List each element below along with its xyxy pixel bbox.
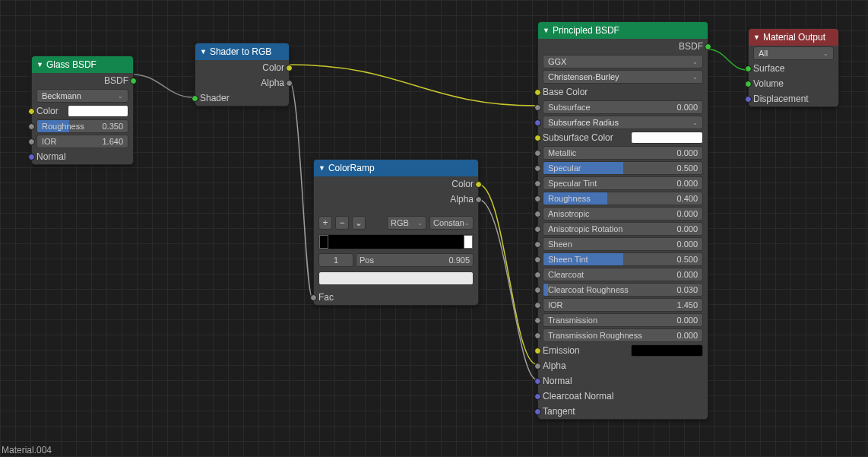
socket-color-out[interactable]	[286, 65, 293, 71]
clearcoat-rough-slider[interactable]: Clearcoat Roughness 0.030	[543, 283, 703, 297]
collapse-icon[interactable]: ▼	[318, 164, 325, 172]
sheen-tint-slider[interactable]: Sheen Tint 0.500	[543, 252, 703, 266]
node-shader-to-rgb[interactable]: ▼ Shader to RGB Color Alpha Shader	[195, 43, 290, 106]
input-color: Color	[32, 103, 133, 119]
socket[interactable]	[534, 408, 541, 415]
input-ior: IOR 1.640	[32, 134, 133, 149]
node-header[interactable]: ▼ ColorRamp	[314, 160, 478, 176]
anisotropic-slider[interactable]: Anisotropic 0.000	[543, 207, 703, 221]
node-title: Material Output	[763, 32, 825, 43]
socket-alpha-out[interactable]	[286, 80, 293, 87]
interp-select[interactable]: Constan⌄	[429, 216, 474, 230]
target-select[interactable]: All⌄	[753, 46, 834, 60]
material-name-label: Material.004	[2, 445, 52, 455]
add-stop-button[interactable]: +	[318, 216, 332, 230]
stop-index-field[interactable]: 1	[318, 253, 353, 267]
ior-slider[interactable]: IOR 1.450	[543, 298, 703, 312]
socket[interactable]	[534, 211, 541, 217]
collapse-icon[interactable]: ▼	[543, 27, 550, 34]
roughness-slider[interactable]: Roughness 0.400	[543, 192, 703, 205]
color-mode-select[interactable]: RGB⌄	[387, 216, 426, 230]
color-swatch[interactable]	[68, 105, 128, 117]
node-title: ColorRamp	[328, 163, 375, 173]
clearcoat-slider[interactable]: Clearcoat 0.000	[543, 268, 703, 281]
output-alpha: Alpha	[314, 192, 478, 207]
metallic-slider[interactable]: Metallic 0.000	[543, 146, 703, 160]
socket[interactable]	[534, 363, 541, 370]
collapse-icon[interactable]: ▼	[200, 48, 207, 56]
sss-radius-field[interactable]: Subsurface Radius⌄	[543, 116, 703, 129]
socket[interactable]	[534, 317, 541, 324]
socket[interactable]	[534, 135, 541, 141]
socket[interactable]	[534, 119, 541, 126]
socket[interactable]	[534, 195, 541, 202]
node-header[interactable]: ▼ Principled BSDF	[538, 22, 708, 39]
node-title: Glass BSDF	[46, 59, 97, 70]
socket[interactable]	[534, 332, 541, 339]
node-header[interactable]: ▼ Glass BSDF	[32, 56, 133, 73]
socket[interactable]	[534, 378, 541, 385]
socket[interactable]	[534, 256, 541, 263]
socket[interactable]	[534, 104, 541, 111]
socket-ior-in[interactable]	[28, 138, 35, 145]
roughness-slider[interactable]: Roughness 0.350	[36, 119, 128, 133]
socket-volume-in[interactable]	[745, 81, 752, 87]
sss-color-swatch[interactable]	[631, 132, 703, 144]
socket-color-in[interactable]	[28, 108, 35, 115]
ior-slider[interactable]: IOR 1.640	[36, 135, 128, 148]
node-header[interactable]: ▼ Shader to RGB	[195, 43, 289, 60]
transmission-slider[interactable]: Transmission 0.000	[543, 313, 703, 327]
node-header[interactable]: ▼ Material Output	[749, 29, 838, 46]
specular-tint-slider[interactable]: Specular Tint 0.000	[543, 176, 703, 190]
sss-method-select[interactable]: Christensen-Burley⌄	[543, 70, 703, 84]
stop-color-swatch[interactable]	[318, 271, 474, 285]
socket-normal-in[interactable]	[28, 154, 35, 160]
input-base-color: Base Color	[538, 84, 708, 100]
socket[interactable]	[534, 241, 541, 248]
remove-stop-button[interactable]: −	[335, 216, 349, 230]
socket[interactable]	[534, 287, 541, 294]
sheen-slider[interactable]: Sheen 0.000	[543, 237, 703, 251]
socket-shader-in[interactable]	[192, 95, 198, 102]
socket-bsdf-out[interactable]	[705, 43, 711, 50]
ramp-menu-button[interactable]: ⌄	[352, 216, 366, 230]
output-bsdf: BSDF	[32, 73, 133, 88]
emission-swatch[interactable]	[631, 344, 703, 357]
node-principled-bsdf[interactable]: ▼ Principled BSDF BSDF GGX⌄ Christensen-…	[537, 21, 708, 420]
distribution-select[interactable]: GGX⌄	[543, 55, 703, 68]
socket-alpha-out[interactable]	[475, 196, 482, 203]
collapse-icon[interactable]: ▼	[753, 33, 760, 41]
gradient-bar[interactable]	[318, 234, 474, 249]
distribution-select[interactable]: Beckmann ⌄	[36, 89, 128, 103]
output-color: Color	[195, 60, 289, 75]
socket[interactable]	[534, 271, 541, 278]
socket-fac-in[interactable]	[310, 294, 317, 301]
node-color-ramp[interactable]: ▼ ColorRamp Color Alpha + − ⌄ RGB⌄ Const…	[313, 159, 479, 306]
socket[interactable]	[534, 348, 541, 354]
socket-bsdf-out[interactable]	[130, 78, 137, 84]
stop-pos-field[interactable]: Pos 0.905	[356, 253, 474, 267]
node-glass-bsdf[interactable]: ▼ Glass BSDF BSDF Beckmann ⌄ Color Rough…	[31, 56, 134, 165]
ramp-stop[interactable]	[319, 235, 328, 249]
socket[interactable]	[534, 393, 541, 400]
socket-displacement-in[interactable]	[745, 96, 752, 103]
trans-rough-slider[interactable]: Transmission Roughness 0.000	[543, 328, 703, 342]
input-roughness: Roughness 0.350	[32, 119, 133, 134]
socket[interactable]	[534, 165, 541, 172]
specular-slider[interactable]: Specular 0.500	[543, 161, 703, 175]
aniso-rot-slider[interactable]: Anisotropic Rotation 0.000	[543, 222, 703, 236]
socket[interactable]	[534, 226, 541, 233]
socket-roughness-in[interactable]	[28, 123, 35, 130]
collapse-icon[interactable]: ▼	[36, 61, 43, 68]
socket[interactable]	[534, 150, 541, 157]
socket-surface-in[interactable]	[745, 65, 752, 72]
node-material-output[interactable]: ▼ Material Output All⌄ Surface Volume Di…	[748, 28, 839, 107]
socket[interactable]	[534, 180, 541, 187]
socket[interactable]	[534, 302, 541, 309]
chevron-down-icon: ⌄	[118, 93, 123, 100]
socket-base-color-in[interactable]	[534, 89, 541, 96]
socket-color-out[interactable]	[475, 181, 482, 188]
stop-position-row: 1 Pos 0.905	[314, 251, 478, 269]
ramp-stop[interactable]	[464, 235, 473, 249]
subsurface-slider[interactable]: Subsurface 0.000	[543, 100, 703, 114]
